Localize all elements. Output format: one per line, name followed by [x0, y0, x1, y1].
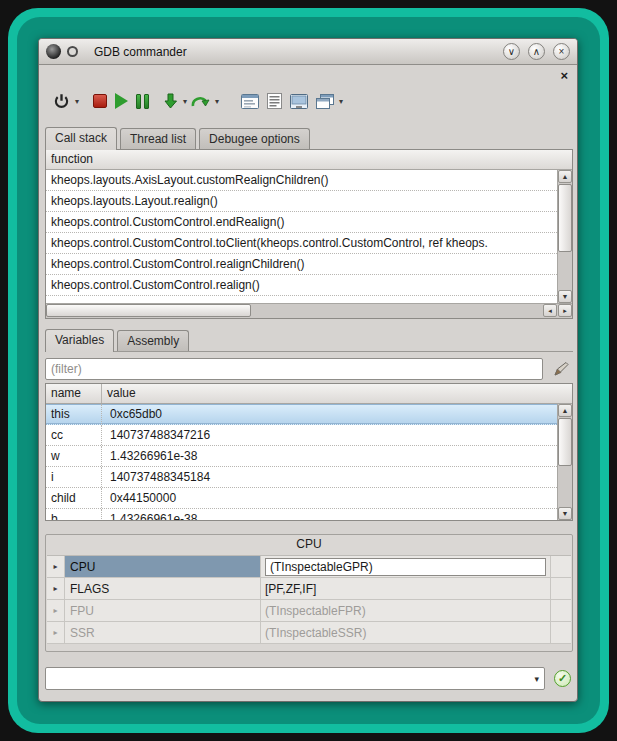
- tab-thread-list[interactable]: Thread list: [120, 128, 196, 149]
- pause-button[interactable]: [132, 88, 153, 114]
- callstack-row[interactable]: kheops.control.CustomControl.toClient(kh…: [46, 233, 557, 254]
- memory-window-icon: [290, 94, 308, 109]
- callstack-horizontal-scrollbar[interactable]: ◂ ▸: [46, 303, 572, 318]
- register-group-value: (TInspectableSSR): [261, 622, 551, 643]
- scroll-down-icon[interactable]: ▼: [558, 507, 572, 520]
- memory-window-button[interactable]: [286, 88, 312, 114]
- column-header-value[interactable]: value: [102, 384, 572, 403]
- titlebar[interactable]: GDB commander ∨ ∧ ×: [39, 39, 577, 65]
- variables-header: name value: [46, 384, 572, 404]
- app-icon[interactable]: [46, 44, 61, 59]
- tab-assembly[interactable]: Assembly: [117, 330, 189, 351]
- row-filler: [551, 556, 571, 577]
- disassembly-window-button[interactable]: [263, 88, 286, 114]
- variables-vertical-scrollbar[interactable]: ▲ ▼: [557, 404, 572, 520]
- scrollbar-thumb[interactable]: [46, 304, 251, 317]
- minimize-icon: ∨: [508, 47, 515, 57]
- minimize-button[interactable]: ∨: [503, 43, 520, 60]
- cpu-registers-tree: ▸ CPU (TInspectableGPR) ▸ FLAGS [PF,ZF,I…: [47, 555, 571, 644]
- cpu-register-row[interactable]: ▸ CPU (TInspectableGPR): [47, 556, 571, 578]
- pin-icon[interactable]: [67, 46, 78, 57]
- callstack-rows: kheops.layouts.AxisLayout.customRealignC…: [46, 170, 557, 303]
- variable-value: 1.43266961e-38: [102, 446, 557, 466]
- register-group-name: CPU: [65, 556, 261, 577]
- variables-tabbar: Variables Assembly: [45, 329, 192, 351]
- callstack-row[interactable]: kheops.control.CustomControl.realignChil…: [46, 254, 557, 275]
- run-button[interactable]: [111, 88, 132, 114]
- command-input[interactable]: [49, 669, 521, 688]
- variable-name: cc: [46, 425, 102, 445]
- variable-row[interactable]: cc 140737488347216: [46, 425, 557, 446]
- callstack-column-header[interactable]: function: [46, 150, 572, 170]
- register-group-value: (TInspectableGPR): [261, 556, 551, 577]
- tab-debugee-options[interactable]: Debugee options: [199, 128, 310, 149]
- register-value-editor[interactable]: (TInspectableGPR): [265, 558, 546, 576]
- register-group-value: [PF,ZF,IF]: [261, 578, 551, 599]
- debug-windows-icon: [316, 94, 334, 109]
- step-into-icon: [163, 93, 178, 109]
- column-header-name[interactable]: name: [46, 384, 102, 403]
- register-group-value: (TInspectableFPR): [261, 600, 551, 621]
- combo-dropdown-icon[interactable]: ▾: [534, 668, 539, 689]
- cpu-register-row[interactable]: ▸ FPU (TInspectableFPR): [47, 600, 571, 622]
- step-over-button[interactable]: [187, 88, 214, 114]
- scrollbar-thumb[interactable]: [558, 184, 572, 252]
- variable-value: 0x44150000: [102, 488, 557, 508]
- cpu-groupbox: CPU ▸ CPU (TInspectableGPR) ▸ FLAGS [PF,…: [45, 534, 573, 652]
- tab-variables[interactable]: Variables: [45, 329, 114, 352]
- callstack-vertical-scrollbar[interactable]: ▲ ▼: [557, 170, 572, 303]
- scroll-up-icon[interactable]: ▲: [558, 170, 572, 183]
- window-controls: ∨ ∧ ×: [503, 43, 570, 60]
- callstack-row[interactable]: kheops.layouts.Layout.realign(): [46, 191, 557, 212]
- scroll-up-icon[interactable]: ▲: [558, 404, 572, 417]
- scrollbar-thumb[interactable]: [558, 418, 572, 466]
- variable-row[interactable]: this 0xc65db0: [46, 404, 557, 425]
- variable-row[interactable]: child 0x44150000: [46, 488, 557, 509]
- variable-value: 1.43266961e-38: [102, 509, 557, 520]
- variable-name: b: [46, 509, 102, 520]
- execute-button[interactable]: ✓: [554, 670, 571, 687]
- row-filler: [551, 622, 571, 643]
- close-button[interactable]: ×: [553, 43, 570, 60]
- expand-icon[interactable]: ▸: [47, 556, 65, 577]
- step-into-button[interactable]: [159, 88, 182, 114]
- callstack-row[interactable]: kheops.layouts.AxisLayout.customRealignC…: [46, 170, 557, 191]
- variable-row[interactable]: w 1.43266961e-38: [46, 446, 557, 467]
- tab-call-stack[interactable]: Call stack: [45, 127, 117, 150]
- variable-name: this: [46, 404, 102, 424]
- cpu-register-row[interactable]: ▸ SSR (TInspectableSSR): [47, 622, 571, 644]
- variable-row[interactable]: i 140737488345184: [46, 467, 557, 488]
- variable-name: w: [46, 446, 102, 466]
- variable-name: child: [46, 488, 102, 508]
- watch-window-icon: [241, 94, 259, 109]
- close-icon: ×: [559, 47, 565, 57]
- watch-window-button[interactable]: [237, 88, 263, 114]
- scroll-right-icon[interactable]: ▸: [558, 304, 572, 317]
- variables-panel: name value this 0xc65db0 cc 140737488347…: [45, 383, 573, 521]
- power-button[interactable]: [49, 88, 74, 114]
- power-dropdown-icon[interactable]: ▾: [75, 97, 79, 106]
- expand-icon[interactable]: ▸: [47, 600, 65, 621]
- cpu-register-row[interactable]: ▸ FLAGS [PF,ZF,IF]: [47, 578, 571, 600]
- command-bar: ▾ ✓: [45, 667, 573, 691]
- filter-pen-button[interactable]: [549, 359, 573, 379]
- filter-pen-icon: [553, 361, 569, 377]
- step-over-dropdown-icon[interactable]: ▾: [215, 97, 219, 106]
- command-combobox[interactable]: ▾: [45, 667, 545, 690]
- expand-icon[interactable]: ▸: [47, 578, 65, 599]
- variable-value: 140737488347216: [102, 425, 557, 445]
- debug-windows-button[interactable]: [312, 88, 338, 114]
- debug-windows-dropdown-icon[interactable]: ▾: [339, 97, 343, 106]
- callstack-panel: function kheops.layouts.AxisLayout.custo…: [45, 149, 573, 319]
- scroll-down-icon[interactable]: ▼: [558, 290, 572, 303]
- dock-close-button[interactable]: ×: [560, 69, 568, 82]
- callstack-row[interactable]: kheops.control.CustomControl.endRealign(…: [46, 212, 557, 233]
- filter-input[interactable]: [45, 358, 543, 380]
- register-group-name: FPU: [65, 600, 261, 621]
- maximize-button[interactable]: ∧: [528, 43, 545, 60]
- stop-button[interactable]: [89, 88, 111, 114]
- scroll-left-icon[interactable]: ◂: [543, 304, 557, 317]
- expand-icon[interactable]: ▸: [47, 622, 65, 643]
- callstack-row[interactable]: kheops.control.CustomControl.realign(): [46, 275, 557, 296]
- variable-row[interactable]: b 1.43266961e-38: [46, 509, 557, 520]
